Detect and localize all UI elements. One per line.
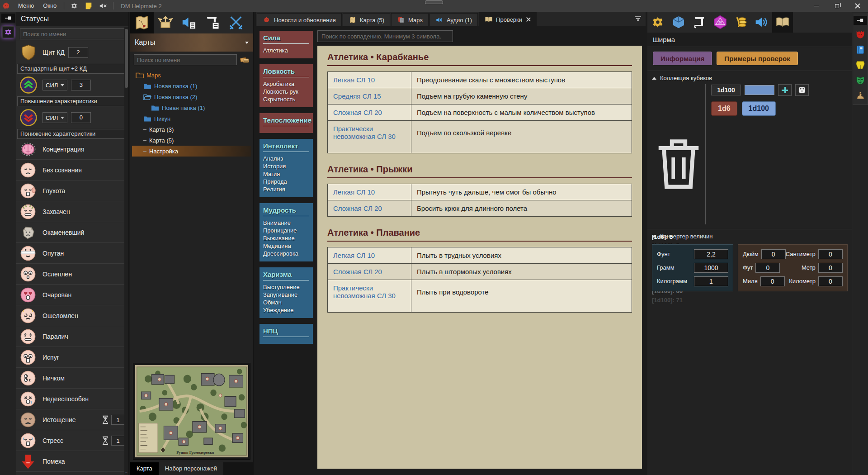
- difficulty-cell[interactable]: Сложная СЛ 20: [328, 104, 411, 121]
- converter-field-Грамм[interactable]: [694, 263, 728, 273]
- skill-item-Выступление[interactable]: Выступление: [263, 283, 309, 291]
- mute-icon[interactable]: [98, 2, 108, 10]
- status-row[interactable]: Помеха: [16, 451, 128, 472]
- glow-gear-icon[interactable]: [2, 26, 14, 38]
- tree-item-Карта-3-[interactable]: Карта (3): [132, 124, 251, 135]
- difficulty-cell[interactable]: Практически невозможная СЛ 30: [328, 121, 411, 153]
- status-row[interactable]: Ничком: [16, 368, 128, 389]
- armor-icon[interactable]: [854, 59, 866, 71]
- tree-item-Новая-папка-2-[interactable]: Новая папка (2): [132, 91, 251, 102]
- debuff-row[interactable]: СИЛ 0: [16, 106, 128, 129]
- difficulty-cell[interactable]: Сложная СЛ 20: [328, 264, 411, 280]
- skill-item-Дрессировка[interactable]: Дрессировка: [263, 250, 309, 257]
- tab-close-icon[interactable]: [526, 17, 531, 22]
- converter-field-Метр[interactable]: [818, 263, 843, 273]
- skill-item-Обман[interactable]: Обман: [263, 299, 309, 306]
- skill-item-Запугивание[interactable]: Запугивание: [263, 291, 309, 299]
- skill-item-Акробатика[interactable]: Акробатика: [263, 80, 309, 88]
- status-row[interactable]: Глухота: [16, 180, 128, 201]
- skill-item-Анализ[interactable]: Анализ: [263, 155, 309, 162]
- rider-icon[interactable]: [854, 90, 866, 102]
- demon-icon[interactable]: [854, 28, 866, 40]
- converter-field-Километр[interactable]: [818, 276, 843, 286]
- maps-panel-tab[interactable]: [154, 12, 177, 33]
- skill-item-Магия[interactable]: Магия: [263, 170, 309, 178]
- status-row[interactable]: Захвачен: [16, 201, 128, 222]
- checks-search-input[interactable]: [317, 30, 453, 42]
- menu-Окно[interactable]: Окно: [38, 0, 61, 12]
- map-preview[interactable]: Руины Громодеревья: [133, 363, 250, 460]
- skill-item-Религия[interactable]: Религия: [263, 185, 309, 193]
- status-row[interactable]: Очарован: [16, 285, 128, 305]
- maps-panel-header[interactable]: Карты: [130, 33, 253, 52]
- drag-handle[interactable]: [425, 0, 443, 4]
- skill-item-Медицина[interactable]: Медицина: [263, 242, 309, 250]
- maps-bottom-tab[interactable]: Карта: [130, 462, 159, 475]
- cards-icon[interactable]: [240, 55, 250, 64]
- status-row[interactable]: Паралич: [16, 326, 128, 347]
- difficulty-cell[interactable]: Практически невозможная СЛ 30: [328, 280, 411, 313]
- status-row[interactable]: Окаменевший: [16, 222, 128, 243]
- buff-row[interactable]: СИЛ 3: [16, 74, 128, 96]
- status-row[interactable]: Недееспособен: [16, 389, 128, 409]
- menu-Меню[interactable]: Меню: [14, 0, 38, 12]
- debuff-value-field[interactable]: 0: [71, 112, 91, 123]
- converter-field-Дюйм[interactable]: [761, 249, 786, 259]
- skill-item-Скрытность[interactable]: Скрытность: [263, 95, 309, 103]
- status-row[interactable]: Концентрация: [16, 139, 128, 160]
- dice-formula-input[interactable]: [711, 85, 741, 95]
- screen-panel-tab[interactable]: [731, 12, 751, 33]
- skill-item-Ловкость рук[interactable]: Ловкость рук: [263, 88, 309, 95]
- tree-item-Новая-папка-1-[interactable]: Новая папка (1): [132, 81, 251, 91]
- dice-chip-1d100[interactable]: 1d100: [742, 101, 776, 116]
- tab-Аудио-1-[interactable]: Аудио (1): [429, 13, 478, 26]
- difficulty-cell[interactable]: Легкая СЛ 10: [328, 247, 411, 264]
- difficulty-cell[interactable]: Легкая СЛ 10: [328, 184, 411, 200]
- screen-panel-tab[interactable]: [668, 12, 689, 33]
- pin-button[interactable]: [854, 16, 867, 25]
- skill-item-Выживание[interactable]: Выживание: [263, 234, 309, 242]
- screen-panel-tab[interactable]: [647, 12, 668, 33]
- note-icon[interactable]: [84, 2, 94, 10]
- converter-field-Килограмм[interactable]: [694, 276, 728, 286]
- converter-field-Миля[interactable]: [760, 276, 785, 286]
- screen-panel-tab[interactable]: 20: [710, 12, 731, 33]
- shield-value-field[interactable]: 2: [68, 47, 88, 58]
- converter-field-Сантиметр[interactable]: [818, 249, 843, 259]
- converter-section-header[interactable]: Конвертер величин: [647, 229, 852, 242]
- gear-icon[interactable]: [69, 2, 79, 10]
- minimize-button[interactable]: [806, 0, 826, 12]
- tab-Новости-и-обновления[interactable]: Новости и обновления: [257, 13, 342, 26]
- trash-icon[interactable]: [652, 93, 705, 233]
- buff-stat-dropdown[interactable]: СИЛ: [42, 80, 67, 90]
- skill-item-Убеждение[interactable]: Убеждение: [263, 306, 309, 314]
- status-row[interactable]: Истощение1: [16, 409, 128, 430]
- maps-panel-tab[interactable]: [201, 12, 224, 33]
- roll-dice-button[interactable]: [795, 84, 809, 96]
- difficulty-cell[interactable]: Легкая СЛ 10: [328, 72, 411, 88]
- skill-item-История[interactable]: История: [263, 162, 309, 170]
- difficulty-cell[interactable]: Сложная СЛ 20: [328, 200, 411, 217]
- buff-value-field[interactable]: 3: [71, 80, 91, 90]
- screen-panel-tab[interactable]: [772, 12, 793, 33]
- skill-item-Внимание[interactable]: Внимание: [263, 219, 309, 227]
- tree-item-Карта-5-[interactable]: Карта (5): [132, 135, 251, 146]
- status-row[interactable]: Опутан: [16, 243, 128, 264]
- skill-item-Природа[interactable]: Природа: [263, 178, 309, 185]
- status-row[interactable]: Ослеплен: [16, 264, 128, 285]
- button-Информация[interactable]: Информация: [653, 52, 712, 65]
- pin-button[interactable]: [1, 14, 15, 23]
- add-dice-button[interactable]: [778, 84, 792, 96]
- filter-icon[interactable]: [634, 15, 642, 23]
- converter-field-Фунт[interactable]: [694, 249, 728, 259]
- tree-item-Настройка[interactable]: Настройка: [132, 146, 251, 157]
- maps-panel-tab[interactable]: [224, 12, 248, 33]
- status-row[interactable]: Испуг: [16, 347, 128, 368]
- tab-Maps[interactable]: Maps: [391, 13, 429, 26]
- statuses-scrollbar[interactable]: ⌄: [124, 27, 128, 475]
- shield-row[interactable]: Щит КД 2: [16, 41, 128, 64]
- status-counter-field[interactable]: 1: [111, 415, 125, 425]
- status-row[interactable]: Ошеломлен: [16, 305, 128, 326]
- status-row[interactable]: Стресс1: [16, 430, 128, 451]
- tab-Проверки[interactable]: Проверки: [479, 12, 537, 26]
